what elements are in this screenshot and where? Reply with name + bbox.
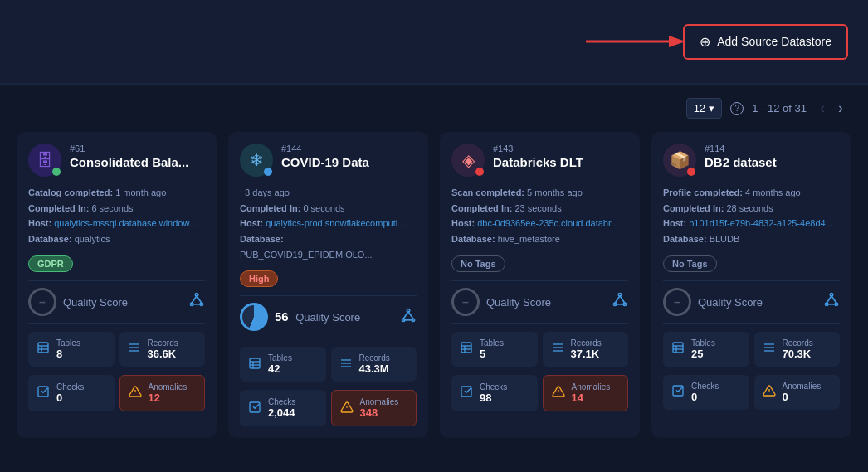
- tag[interactable]: High: [240, 270, 278, 287]
- quality-network-icon[interactable]: [612, 291, 628, 312]
- quality-section: 56 Quality Score: [240, 295, 417, 338]
- card-meta: Catalog completed: 1 month ago Completed…: [28, 185, 205, 247]
- anomalies-stat[interactable]: Anomalies 348: [331, 390, 417, 426]
- tag-container: No Tags: [663, 255, 840, 272]
- svg-line-6: [197, 296, 202, 303]
- meta-line2: Completed In: 6 seconds: [28, 201, 205, 217]
- tag[interactable]: No Tags: [663, 255, 717, 272]
- records-label: Records: [783, 338, 813, 348]
- checks-stat[interactable]: Checks 2,044: [240, 390, 326, 426]
- quality-network-icon[interactable]: [400, 307, 417, 328]
- quality-left: – Quality Score: [28, 288, 128, 316]
- meta-line1: : 3 days ago: [240, 185, 417, 201]
- tables-icon: [671, 341, 685, 357]
- meta-line1: Scan completed: 5 months ago: [451, 185, 628, 201]
- card-title-block: #61 Consolidated Bala...: [70, 144, 205, 169]
- per-page-select[interactable]: 12 ▾: [686, 98, 722, 119]
- anomalies-info: Anomalies 348: [360, 397, 399, 419]
- svg-line-54: [831, 296, 836, 303]
- anomalies-value: 14: [572, 392, 611, 404]
- add-source-label: Add Source Datastore: [717, 35, 831, 48]
- svg-line-53: [827, 296, 831, 303]
- plus-circle-icon: ⊕: [700, 34, 710, 50]
- quality-section: – Quality Score: [28, 280, 205, 324]
- tables-stat[interactable]: Tables 25: [663, 332, 749, 367]
- tag[interactable]: GDPR: [28, 255, 73, 272]
- checks-icon: [37, 385, 50, 401]
- anomalies-icon: [129, 385, 142, 401]
- tables-value: 25: [691, 348, 715, 360]
- tables-stat[interactable]: Tables 5: [451, 332, 538, 367]
- records-info: Records 43.3M: [359, 353, 390, 375]
- quality-network-icon[interactable]: [823, 291, 840, 312]
- checks-stat[interactable]: Checks 0: [663, 375, 749, 410]
- status-dot: [264, 168, 272, 176]
- quality-left: – Quality Score: [663, 288, 763, 316]
- quality-network-icon[interactable]: [188, 291, 205, 312]
- anomalies-value: 348: [360, 406, 399, 419]
- records-stat[interactable]: Records 70.3K: [754, 332, 841, 367]
- records-stat[interactable]: Records 43.3M: [331, 347, 417, 382]
- quality-label: Quality Score: [486, 296, 551, 309]
- arrow-indicator: [586, 29, 685, 54]
- tables-info: Tables 42: [268, 353, 292, 375]
- meta-line1: Catalog completed: 1 month ago: [28, 185, 205, 201]
- checks-value: 0: [56, 392, 84, 404]
- records-value: 70.3K: [783, 348, 813, 360]
- stats-tables-records: Tables 8 Records 36.6K: [28, 332, 205, 367]
- card-3[interactable]: 📦 #114 DB2 dataset Profile completed: 4 …: [651, 132, 851, 438]
- records-icon: [128, 341, 141, 357]
- card-icon: 🗄: [28, 144, 61, 177]
- checks-value: 0: [691, 391, 719, 403]
- quality-circle: –: [28, 288, 56, 316]
- records-value: 37.1K: [571, 348, 602, 360]
- card-0[interactable]: 🗄 #61 Consolidated Bala... Catalog compl…: [17, 132, 217, 438]
- tables-stat[interactable]: Tables 8: [28, 332, 115, 367]
- tables-info: Tables 25: [691, 338, 715, 360]
- card-header: 🗄 #61 Consolidated Bala...: [28, 144, 205, 177]
- records-icon: [551, 341, 564, 357]
- card-title: COVID-19 Data: [281, 155, 417, 169]
- records-stat[interactable]: Records 37.1K: [543, 332, 629, 367]
- tag[interactable]: No Tags: [451, 255, 505, 272]
- content-area: 12 ▾ ? 1 - 12 of 31 ‹ › 🗄 #61 Consolidat…: [0, 85, 868, 451]
- tables-stat[interactable]: Tables 42: [240, 347, 326, 382]
- status-dot: [475, 168, 484, 176]
- card-header: ◈ #143 Databricks DLT: [451, 144, 628, 177]
- add-source-button[interactable]: ⊕ Add Source Datastore: [683, 24, 848, 60]
- tables-value: 8: [56, 348, 80, 360]
- records-info: Records 36.6K: [148, 338, 178, 360]
- svg-point-50: [830, 294, 832, 296]
- card-2[interactable]: ◈ #143 Databricks DLT Scan completed: 5 …: [440, 132, 640, 438]
- checks-stat[interactable]: Checks 98: [451, 375, 538, 411]
- card-title-block: #114 DB2 dataset: [705, 144, 840, 169]
- quality-score-text: Quality Score: [698, 294, 763, 309]
- card-id: #143: [493, 144, 628, 153]
- card-1[interactable]: ❄ #144 COVID-19 Data : 3 days ago Comple…: [228, 132, 428, 438]
- tables-label: Tables: [56, 338, 80, 348]
- meta-host: Host: b101d15f-e79b-4832-a125-4e8d4...: [663, 216, 840, 231]
- status-dot: [52, 168, 61, 176]
- checks-value: 98: [480, 392, 507, 404]
- help-icon[interactable]: ?: [730, 102, 744, 115]
- pagination-nav: ‹ ›: [815, 98, 848, 119]
- svg-rect-31: [250, 402, 260, 412]
- checks-info: Checks 0: [691, 382, 719, 403]
- prev-page-button[interactable]: ‹: [815, 98, 830, 119]
- anomalies-stat[interactable]: Anomalies 0: [754, 375, 841, 410]
- checks-stat[interactable]: Checks 0: [28, 375, 115, 411]
- anomalies-stat[interactable]: Anomalies 14: [543, 375, 629, 411]
- anomalies-info: Anomalies 0: [783, 382, 822, 403]
- quality-section: – Quality Score: [451, 280, 628, 324]
- svg-line-37: [615, 296, 620, 303]
- card-id: #144: [281, 144, 417, 153]
- quality-left: – Quality Score: [451, 288, 551, 316]
- card-id: #114: [705, 144, 840, 153]
- anomalies-label: Anomalies: [783, 382, 822, 391]
- card-title-block: #144 COVID-19 Data: [281, 144, 417, 169]
- records-label: Records: [359, 353, 390, 363]
- records-stat[interactable]: Records 36.6K: [119, 332, 206, 367]
- anomalies-stat[interactable]: Anomalies 12: [119, 375, 206, 411]
- svg-rect-63: [673, 386, 683, 396]
- next-page-button[interactable]: ›: [833, 98, 848, 119]
